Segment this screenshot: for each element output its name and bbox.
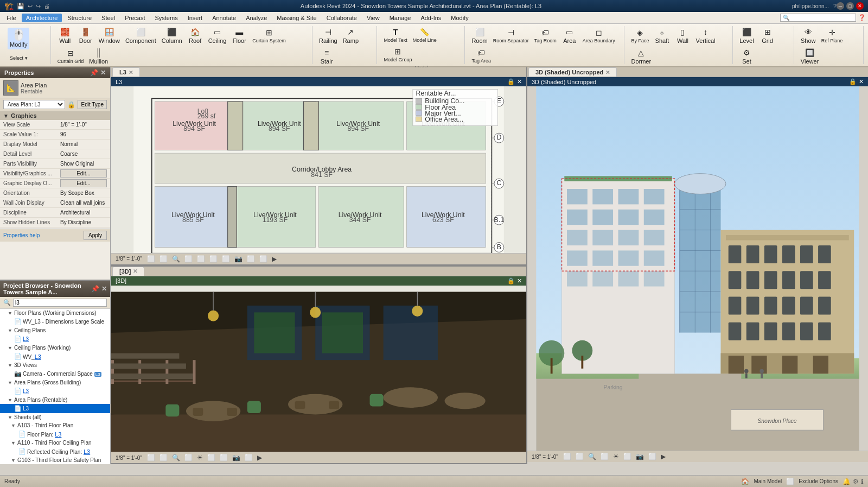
maximize-button[interactable]: □ [846,2,854,10]
right-view-prop-btn[interactable]: ⬜ [561,452,573,461]
ribbon-btn-model-text[interactable]: T Model Text [381,26,409,45]
undo-icon[interactable]: ↩ [28,3,33,10]
ribbon-btn-room[interactable]: ⬜ Room [469,26,489,46]
tree-item-wv-l3[interactable]: 📄 WV_L3 [0,352,110,361]
tree-item-a110[interactable]: ▼ A110 - Third Floor Ceiling Plan [0,439,110,447]
3d-view-lock-btn[interactable]: ⬜ [158,453,169,462]
tree-item-wv-l3-dimensions[interactable]: 📄 WV_L3 - Dimensions Large Scale [0,317,110,326]
graphic-display-btn[interactable]: Edit... [60,179,107,187]
ribbon-btn-window[interactable]: 🪟 Window [97,26,122,46]
properties-help-link[interactable]: Properties help [3,232,84,238]
ribbon-btn-modify[interactable]: 🖱️ Modify [8,28,29,49]
ribbon-btn-room-separator[interactable]: ⊣ Room Separator [491,27,531,45]
3d-view-shadow-btn[interactable]: ⬜ [206,453,217,462]
3d-view-crop-btn[interactable]: ⬜ [218,453,229,462]
tree-item-floor-plans-working[interactable]: ▼ Floor Plans (Working Dimensions) [0,309,110,317]
browser-close-icon[interactable]: ✕ [101,285,107,293]
tree-item-g103[interactable]: ▼ G103 - Third Floor Life Safety Plan [0,456,110,464]
print-icon[interactable]: 🖨 [44,3,50,9]
menu-view[interactable]: View [362,14,384,22]
ribbon-btn-level[interactable]: ⬛ Level [737,26,757,46]
ribbon-btn-door[interactable]: 🚪 Door [76,26,95,46]
ribbon-btn-wall[interactable]: 🧱 Wall [55,26,75,46]
right-view-more-btn[interactable]: ▶ [659,452,667,461]
view-camera-btn[interactable]: 📷 [233,255,244,263]
ribbon-btn-curtain-grid[interactable]: ⊟ Curtain Grid [55,47,86,66]
apply-button[interactable]: Apply [84,231,107,240]
ribbon-btn-ref-plane[interactable]: ✛ Ref Plane [819,27,845,45]
ribbon-btn-curtain-system[interactable]: ⊞ Curtain System [250,27,288,45]
ribbon-btn-model-group[interactable]: ⊞ Model Group [381,46,414,64]
status-settings-icon[interactable]: ⚙ [853,478,859,485]
menu-analyze[interactable]: Analyze [241,14,271,22]
3d-exterior-content[interactable]: Snowdon Place Parking [527,86,868,451]
tab-3d-close[interactable]: ✕ [133,268,137,274]
menu-precast[interactable]: Precast [120,14,149,22]
ribbon-btn-floor[interactable]: ▬ Floor [229,26,249,46]
tree-item-3d-views[interactable]: ▼ 3D Views [0,361,110,369]
tab-3d[interactable]: [3D] ✕ [112,267,144,276]
view-region-btn[interactable]: ⬜ [183,255,194,263]
ribbon-btn-viewer[interactable]: 🔲 Viewer [799,47,821,66]
menu-collaborate[interactable]: Collaborate [322,14,361,22]
menu-massing[interactable]: Massing & Site [272,14,321,22]
view-zoom-btn[interactable]: 🔍 [170,255,182,263]
ribbon-btn-ceiling[interactable]: ▭ Ceiling [206,26,229,46]
ribbon-btn-grid[interactable]: ⊞ Grid [758,26,777,46]
edit-type-button[interactable]: Edit Type [78,100,107,109]
ribbon-btn-select[interactable]: Select ▾ [8,54,30,62]
graphics-section-header[interactable]: ▼ Graphics [0,111,110,120]
3d-view-zoom-btn[interactable]: 🔍 [170,453,182,462]
view-more-btn[interactable]: ▶ [270,255,278,263]
tree-item-sheets[interactable]: ▼ Sheets (all) [0,413,110,421]
right-view-walk-btn[interactable]: ⬜ [647,452,658,461]
tree-item-reflected-ceiling[interactable]: 📄 Reflected Ceiling Plan: L3 [0,447,110,456]
ribbon-btn-vertical[interactable]: ↕ Vertical [693,26,717,46]
ribbon-btn-component[interactable]: ⬜ Component [123,26,158,46]
ribbon-btn-area-boundary[interactable]: ◻ Area Boundary [580,27,617,45]
menu-insert[interactable]: Insert [183,14,207,22]
minimize-button[interactable]: ─ [837,2,844,10]
right-view-zoom-btn[interactable]: 🔍 [586,452,598,461]
tree-item-area-plans-gross[interactable]: ▼ Area Plans (Gross Building) [0,378,110,387]
ribbon-btn-show-plane[interactable]: 👁 Show [799,26,818,46]
ribbon-btn-tag-area[interactable]: 🏷 Tag Area [469,47,493,65]
global-search-input[interactable] [780,14,856,22]
tab-3d-shaded[interactable]: 3D (Shaded) Uncropped ✕ [528,67,617,77]
3d-view-prop-btn[interactable]: ⬜ [145,453,157,462]
tree-item-ceiling-plans[interactable]: ▼ Ceiling Plans [0,326,110,334]
menu-steel[interactable]: Steel [97,14,119,22]
tab-l3[interactable]: L3 ✕ [112,67,140,77]
floor-plan-content[interactable]: Live/Work Unit 894 SF Live/Work Unit 894… [111,86,526,263]
properties-close-icon[interactable]: ✕ [100,69,106,77]
ribbon-btn-shaft[interactable]: ⬦ Shaft [652,26,672,46]
tree-item-a103[interactable]: ▼ A103 - Third Floor Plan [0,421,110,429]
ribbon-btn-dormer[interactable]: △ Dormer [629,47,653,66]
menu-architecture[interactable]: Architecture [22,14,62,22]
menu-addins[interactable]: Add-Ins [416,14,445,22]
save-icon[interactable]: 💾 [17,3,24,10]
menu-structure[interactable]: Structure [63,14,96,22]
view-lock-btn[interactable]: ⬜ [158,255,169,263]
visibility-graphics-btn[interactable]: Edit... [60,169,107,178]
ribbon-btn-by-face[interactable]: ◈ By Face [629,27,651,45]
view-ray-btn[interactable]: ⬜ [208,255,219,263]
3d-view-walk-btn[interactable]: ⬜ [243,453,254,462]
instance-select[interactable]: Area Plan: L3 [3,100,65,109]
window-controls[interactable]: ─ □ ✕ [837,2,864,10]
3d-view-region-btn[interactable]: ⬜ [183,453,194,462]
ribbon-btn-column[interactable]: ⬛ Column [159,26,184,46]
ribbon-btn-wall-opening[interactable]: ▯ Wall [673,26,692,46]
view-fly-btn[interactable]: ⬜ [258,255,269,263]
right-view-camera-btn[interactable]: 📷 [634,452,646,461]
3d-interior-content[interactable] [111,286,526,462]
ribbon-btn-railing[interactable]: ⊣ Railing [317,26,340,46]
3d-view-sun-btn[interactable]: ☀ [195,453,205,462]
status-info-icon[interactable]: ℹ [861,478,864,485]
menu-modify[interactable]: Modify [446,14,473,22]
right-view-region-btn[interactable]: ⬜ [599,452,610,461]
tree-item-ceiling-l3[interactable]: 📄 L3 [0,334,110,344]
ribbon-btn-stair[interactable]: ≡ Stair [317,47,336,66]
ribbon-btn-area[interactable]: ▭ Area [560,26,579,46]
status-notification-icon[interactable]: 🔔 [843,478,851,485]
